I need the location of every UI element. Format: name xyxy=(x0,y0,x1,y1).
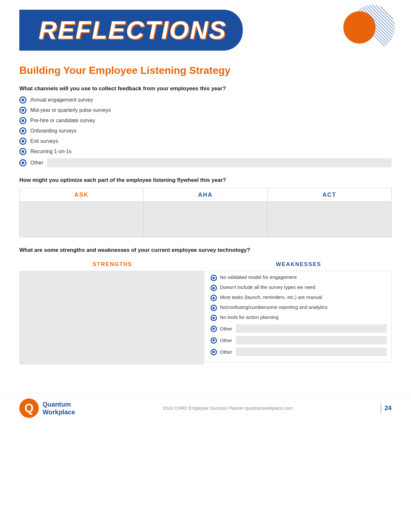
weakness-item-2: Doesn't include all the survey types we … xyxy=(210,284,387,291)
flywheel-body-aha[interactable] xyxy=(143,202,267,237)
weakness-label-3: Most tasks (launch, reminders, etc.) are… xyxy=(220,294,322,300)
weaknesses-header: WEAKNESSES xyxy=(206,258,392,271)
footer-center-text: 2024 CHRO Employee Success Planner quant… xyxy=(75,406,381,411)
weakness-item-3: Most tasks (launch, reminders, etc.) are… xyxy=(210,294,387,301)
flywheel-col-ask: ASK xyxy=(20,188,143,237)
strengths-col: STRENGTHS xyxy=(19,258,206,364)
footer-right: 24 xyxy=(381,403,392,413)
weakness-check-1 xyxy=(210,275,217,281)
header-decoration xyxy=(343,5,395,56)
check-icon-1 xyxy=(19,96,26,103)
list-item: Onboarding surveys xyxy=(19,127,392,134)
other-label-1: Other xyxy=(30,160,43,166)
weakness-check-other-2 xyxy=(210,337,217,344)
footer-divider xyxy=(381,403,381,413)
weaknesses-col: WEAKNESSES No validated model for engage… xyxy=(206,258,392,364)
reflections-title: REFLECTIONS xyxy=(39,16,227,44)
weakness-other-box-3[interactable] xyxy=(236,348,387,356)
weakness-other-label-3: Other xyxy=(220,349,232,355)
list-item: Annual engagement survey xyxy=(19,96,392,103)
weaknesses-body: No validated model for engagement Doesn'… xyxy=(206,271,392,363)
check-icon-6 xyxy=(19,148,26,155)
weakness-other-row-1: Other xyxy=(210,324,387,333)
list-item: Exit surveys xyxy=(19,138,392,145)
weakness-other-label-2: Other xyxy=(220,338,232,343)
check-icon-7 xyxy=(19,159,26,166)
flywheel-body-act[interactable] xyxy=(268,202,391,237)
check-icon-3 xyxy=(19,117,26,124)
question2-label: How might you optimize each part of the … xyxy=(19,177,392,183)
item-label-3: Pre-hire or candidate survey xyxy=(30,118,392,123)
other-input-line-1[interactable] xyxy=(47,158,392,167)
question3-label: What are some strengths and weaknesses o… xyxy=(19,247,392,253)
list-item: Recurring 1-on-1s xyxy=(19,148,392,155)
section-title: Building Your Employee Listening Strateg… xyxy=(19,64,392,76)
strengths-body[interactable] xyxy=(19,271,204,364)
check-icon-2 xyxy=(19,107,26,114)
logo-circle: Q xyxy=(19,399,39,418)
page-number: 24 xyxy=(385,404,392,412)
weakness-check-4 xyxy=(210,305,217,311)
weakness-label-2: Doesn't include all the survey types we … xyxy=(220,284,316,290)
weakness-label-1: No validated model for engagement xyxy=(220,274,297,280)
list-item: Mid-year or quarterly pulse surveys xyxy=(19,107,392,114)
footer-logo: Q Quantum Workplace xyxy=(19,399,75,418)
logo-text-sub: Workplace xyxy=(43,408,75,416)
item-label-5: Exit surveys xyxy=(30,138,392,144)
flywheel-col-aha: AHA xyxy=(143,188,267,237)
list-item-other: Other xyxy=(19,158,392,167)
sw-section: What are some strengths and weaknesses o… xyxy=(19,247,392,364)
weakness-check-2 xyxy=(210,285,217,291)
reflections-badge: REFLECTIONS xyxy=(19,10,243,51)
weakness-label-4: No/confusing/cumbersome reporting and an… xyxy=(220,304,328,310)
item-label-1: Annual engagement survey xyxy=(30,97,392,103)
weakness-check-5 xyxy=(210,315,217,321)
weakness-check-other-3 xyxy=(210,349,217,355)
logo-text-main: Quantum xyxy=(43,400,75,408)
flywheel-header-ask: ASK xyxy=(20,188,143,202)
logo-q-letter: Q xyxy=(24,402,34,414)
weakness-other-row-2: Other xyxy=(210,336,387,344)
svg-line-16 xyxy=(385,5,395,50)
item-label-4: Onboarding surveys xyxy=(30,128,392,134)
checklist-channels: Annual engagement survey Mid-year or qua… xyxy=(19,96,392,167)
main-content: Building Your Employee Listening Strateg… xyxy=(0,61,411,374)
item-label-6: Recurring 1-on-1s xyxy=(30,149,392,154)
weakness-item-4: No/confusing/cumbersome reporting and an… xyxy=(210,304,387,311)
strengths-header: STRENGTHS xyxy=(19,258,206,271)
weakness-other-row-3: Other xyxy=(210,348,387,356)
page-header: REFLECTIONS xyxy=(0,0,411,61)
weakness-check-other-1 xyxy=(210,326,217,332)
weakness-other-box-2[interactable] xyxy=(236,336,387,344)
weakness-other-label-1: Other xyxy=(220,326,232,331)
flywheel-header-aha: AHA xyxy=(143,188,267,202)
sw-grid: STRENGTHS WEAKNESSES No validated model … xyxy=(19,258,392,364)
flywheel-body-ask[interactable] xyxy=(20,202,143,237)
logo-text-group: Quantum Workplace xyxy=(43,400,75,416)
flywheel-header-act: ACT xyxy=(268,188,391,202)
list-item: Pre-hire or candidate survey xyxy=(19,117,392,124)
question1-label: What channels will you use to collect fe… xyxy=(19,85,392,92)
weakness-check-3 xyxy=(210,295,217,301)
check-icon-4 xyxy=(19,127,26,134)
weakness-label-5: No tools for action planning xyxy=(220,314,279,320)
flywheel-section: How might you optimize each part of the … xyxy=(19,177,392,237)
weakness-item-5: No tools for action planning xyxy=(210,314,387,321)
flywheel-grid: ASK AHA ACT xyxy=(19,188,392,237)
flywheel-col-act: ACT xyxy=(268,188,391,237)
page-footer: Q Quantum Workplace 2024 CHRO Employee S… xyxy=(0,393,411,422)
item-label-2: Mid-year or quarterly pulse surveys xyxy=(30,107,392,113)
check-icon-5 xyxy=(19,138,26,145)
orange-circle-decoration xyxy=(343,11,376,44)
weakness-other-box-1[interactable] xyxy=(236,324,387,333)
weakness-item-1: No validated model for engagement xyxy=(210,274,387,281)
